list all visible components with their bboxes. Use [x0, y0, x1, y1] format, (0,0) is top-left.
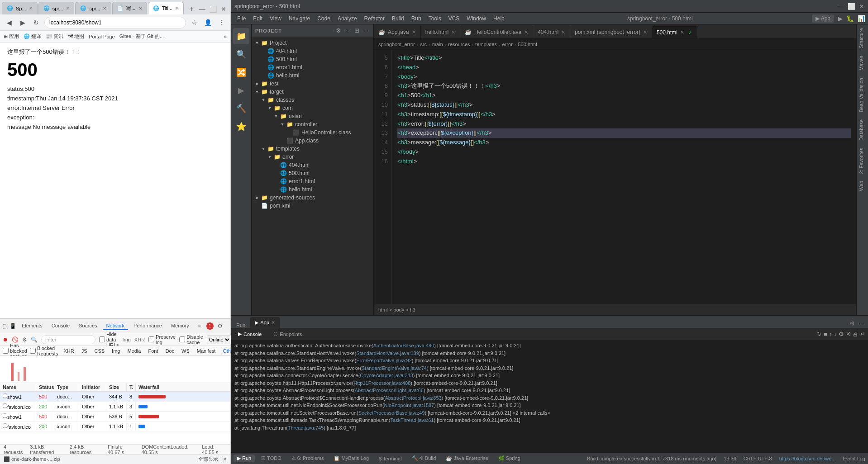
tab-hellohtml[interactable]: hello.html ✕ — [421, 26, 460, 38]
network-search[interactable]: 🔍 — [31, 335, 38, 345]
code-area[interactable]: <title>Title</title></head><body><h3>这里报… — [392, 50, 856, 304]
browser-tab-2[interactable]: 🌐 spr... ✕ — [75, 2, 111, 14]
menu-analyze[interactable]: Analyze — [334, 14, 361, 23]
img-filter[interactable]: Img — [123, 337, 131, 342]
col-header-type[interactable]: Type — [54, 383, 79, 391]
bc-error[interactable]: error — [502, 42, 513, 47]
devtools-tab-network[interactable]: Network — [103, 322, 128, 330]
footer-event-log[interactable]: Event Log — [843, 456, 865, 461]
tree-item-14[interactable]: ▼ 📁 error — [252, 153, 373, 161]
tab-close-4[interactable]: ✕ — [175, 5, 179, 11]
tree-item-10[interactable]: ▼ 📁 controller — [252, 120, 373, 128]
tab-close-2[interactable]: ✕ — [103, 5, 106, 12]
sidebar-close[interactable]: — — [362, 26, 370, 35]
blocked-cookies-checkbox[interactable] — [3, 348, 9, 354]
run-config[interactable]: ▶ App — [812, 14, 834, 23]
filter-ws[interactable]: WS — [179, 348, 192, 354]
menu-edit[interactable]: Edit — [249, 14, 266, 23]
filter-css[interactable]: CSS — [91, 348, 107, 354]
network-row-1[interactable]: favicon.ico 200 x-icon Other 1.1 kB 3 — [0, 402, 230, 412]
devtools-tab-performance[interactable]: Performance — [130, 322, 166, 330]
forward-button[interactable]: ▶ — [17, 17, 28, 28]
hide-data-urls-label[interactable]: Hide data URLs — [99, 331, 119, 348]
more-button[interactable]: ⋮ — [216, 17, 227, 28]
sidebar-gear[interactable]: ⚙ — [335, 26, 342, 35]
toolbar-debug[interactable]: 🐛 — [846, 15, 854, 22]
activity-project[interactable]: 📁 — [233, 28, 249, 44]
back-button[interactable]: ◀ — [4, 17, 14, 28]
bc-500html[interactable]: 500.html — [518, 42, 537, 47]
filter-manifest[interactable]: Manifest — [194, 348, 219, 354]
activity-search[interactable]: 🔍 — [233, 46, 249, 62]
menu-window[interactable]: Window — [463, 14, 490, 23]
tab-close-pomxml[interactable]: ✕ — [643, 29, 647, 35]
tree-item-6[interactable]: ▼ 📁 target — [252, 88, 373, 96]
run-stop[interactable]: ■ — [824, 331, 827, 337]
devtools-tab-elements[interactable]: Elements — [18, 322, 46, 330]
preserve-log-checkbox[interactable] — [148, 336, 154, 342]
col-header-name[interactable]: Name — [0, 383, 36, 391]
tab-minimize-button[interactable]: — — [197, 4, 207, 14]
toolbar-run[interactable]: ▶ — [838, 15, 843, 22]
col-header-waterfall[interactable]: Waterfall — [136, 383, 230, 391]
run-minimize[interactable]: — — [858, 319, 865, 328]
endpoints-tab[interactable]: ⬡ Endpoints — [269, 329, 306, 340]
tab-appjava[interactable]: ☕ App.java ✕ — [374, 26, 421, 38]
blocked-requests-label[interactable]: Blocked Requests — [30, 346, 58, 356]
tab-close-404html[interactable]: ✕ — [561, 29, 565, 35]
right-tab-database[interactable]: Database — [857, 116, 868, 144]
footer-problems[interactable]: ⚠ 6: Problems — [288, 455, 328, 462]
bookmark-portal[interactable]: Portal Page — [89, 34, 114, 39]
sidebar-layout[interactable]: ⊞ — [353, 26, 360, 35]
right-tab-web[interactable]: Web — [857, 177, 868, 194]
bottom-right[interactable]: 全部显示 — [198, 456, 218, 463]
activity-build[interactable]: 🔨 — [233, 100, 249, 117]
run-up[interactable]: ↑ — [829, 331, 832, 337]
col-header-initiator[interactable]: Initiator — [79, 383, 106, 391]
menu-help[interactable]: Help — [490, 14, 508, 23]
filter-img[interactable]: Img — [109, 348, 123, 354]
footer-build[interactable]: 🔨 4: Build — [408, 455, 440, 462]
filter-media[interactable]: Media — [124, 348, 143, 354]
filter-js[interactable]: JS — [79, 348, 90, 354]
bc-springboot[interactable]: springboot_error — [378, 42, 415, 47]
tree-item-19[interactable]: ▶ 📁 generated-sources — [252, 194, 373, 202]
tab-500html[interactable]: 500.html ✕ ✓ — [652, 26, 697, 38]
bookmark-apps[interactable]: ⊞ 应用 — [4, 33, 19, 40]
tree-item-4[interactable]: 🌐 hello.html — [252, 71, 373, 80]
menu-view[interactable]: View — [266, 14, 285, 23]
activity-vcs[interactable]: 🔀 — [233, 64, 249, 80]
tree-item-9[interactable]: ▼ 📁 usian — [252, 112, 373, 120]
menu-navigate[interactable]: Navigate — [285, 14, 314, 23]
tree-item-13[interactable]: ▼ 📁 templates — [252, 145, 373, 153]
footer-mybatis[interactable]: 📋 MyBatis Log — [330, 455, 372, 462]
bc-src[interactable]: src — [420, 42, 427, 47]
tab-close-appjava[interactable]: ✕ — [412, 29, 416, 35]
tab-close-1[interactable]: ✕ — [66, 5, 70, 12]
preserve-log-label[interactable]: Preserve log — [148, 334, 176, 345]
address-bar[interactable] — [44, 17, 186, 28]
tab-404html[interactable]: 404.html ✕ — [533, 26, 570, 38]
right-tab-favorites[interactable]: 2: Favorites — [857, 144, 868, 177]
tree-item-18[interactable]: 🌐 hello.html — [252, 185, 373, 194]
tree-item-15[interactable]: 🌐 404.html — [252, 161, 373, 169]
xhr-filter[interactable]: XHR — [134, 337, 145, 342]
tree-item-20[interactable]: 📄 pom.xml — [252, 202, 373, 210]
bc-resources[interactable]: resources — [448, 42, 470, 47]
tree-item-1[interactable]: 🌐 404.html — [252, 47, 373, 55]
disable-cache-checkbox[interactable] — [179, 336, 185, 342]
col-header-time[interactable]: T. — [127, 383, 136, 391]
menu-tools[interactable]: Tools — [425, 14, 445, 23]
tab-close-hellocontroller[interactable]: ✕ — [524, 29, 528, 35]
browser-tab-1[interactable]: 🌐 spr... ✕ — [38, 2, 75, 14]
menu-vcs[interactable]: VCS — [445, 14, 463, 23]
bc-templates[interactable]: templates — [475, 42, 497, 47]
profile-button[interactable]: 👤 — [202, 17, 213, 28]
col-header-status[interactable]: Status — [36, 383, 54, 391]
bc-main[interactable]: main — [432, 42, 443, 47]
tree-item-3[interactable]: 🌐 error1.html — [252, 63, 373, 71]
browser-tab-3[interactable]: 📄 写... ✕ — [112, 2, 147, 14]
run-restart[interactable]: ↻ — [817, 331, 822, 337]
browser-tab-0[interactable]: 🌐 Sp... ✕ — [2, 2, 38, 14]
run-wrap[interactable]: ↵ — [860, 331, 865, 337]
